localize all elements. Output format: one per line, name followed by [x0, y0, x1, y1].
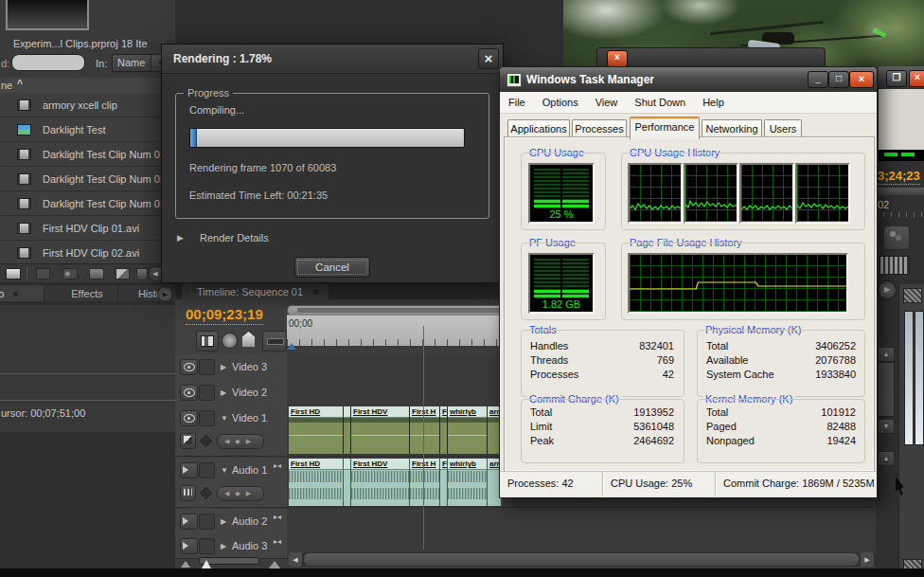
keyframe-nav-buttons[interactable]: ◀◆▶: [217, 434, 264, 449]
list-view-icon[interactable]: [6, 268, 21, 279]
track-lock-box[interactable]: [199, 359, 215, 375]
new-bin-icon[interactable]: [89, 268, 104, 279]
scroll-left-button[interactable]: ◀: [289, 552, 302, 567]
viewing-area-handle[interactable]: [287, 338, 296, 350]
volume-rubber-band[interactable]: [351, 484, 409, 485]
zoom-out-icon[interactable]: [181, 556, 190, 568]
list-item[interactable]: Darklight Test Clip Num 01.: [0, 142, 175, 167]
close-icon[interactable]: ×: [312, 286, 318, 298]
toggle-track-output-button[interactable]: [180, 359, 198, 375]
panel-menu-button[interactable]: ▶: [157, 286, 173, 302]
twirl-icon[interactable]: ▼: [221, 466, 228, 475]
collapse-track-icon[interactable]: ▸◂: [274, 537, 281, 546]
keyframe-nav-buttons[interactable]: ◀◆▶: [217, 486, 264, 501]
menu-shutdown[interactable]: Shut Down: [634, 97, 685, 108]
maximize-button[interactable]: □: [828, 71, 849, 88]
opacity-rubber-band[interactable]: [289, 435, 343, 436]
toggle-track-output-button[interactable]: [180, 538, 198, 554]
find-input[interactable]: [11, 54, 85, 71]
twirl-icon[interactable]: ▶: [221, 517, 226, 526]
keyframe-icon[interactable]: [197, 432, 214, 449]
set-unnumbered-marker-button[interactable]: [242, 332, 255, 347]
play-button[interactable]: ▶: [878, 280, 897, 299]
clip-video[interactable]: First HDV: [351, 406, 410, 454]
zoom-in-icon[interactable]: [268, 554, 281, 569]
list-item[interactable]: armory xcell clip: [0, 93, 175, 117]
list-header[interactable]: ne ^: [0, 78, 175, 94]
task-manager-titlebar[interactable]: Windows Task Manager _ □ ×: [500, 67, 877, 92]
zoom-slider[interactable]: [199, 557, 259, 565]
tab-users[interactable]: Users: [764, 119, 802, 138]
scroll-down-button[interactable]: ▼: [878, 419, 895, 434]
track-lock-box[interactable]: [199, 514, 215, 530]
clip-video[interactable]: First H: [410, 406, 440, 454]
menu-file[interactable]: File: [508, 97, 525, 108]
clip-video[interactable]: First HD: [289, 406, 344, 454]
track-header-video2[interactable]: ▶ Video 2: [175, 380, 287, 406]
render-details-twirl-icon[interactable]: ▶: [177, 233, 184, 243]
opacity-rubber-band[interactable]: [351, 435, 409, 436]
toggle-track-output-button[interactable]: [180, 462, 198, 478]
toggle-button[interactable]: [262, 331, 287, 352]
track-header-video3[interactable]: ▶ Video 3: [175, 354, 287, 381]
scroll-right-button[interactable]: ▶: [861, 552, 874, 567]
toggle-track-output-button[interactable]: [180, 385, 198, 401]
track-header-video1[interactable]: ▼ Video 1 ◀◆▶: [175, 406, 287, 457]
track-header-audio1[interactable]: ▼ Audio 1 ▸◂ ◀◆▶: [175, 458, 287, 508]
list-item[interactable]: First HDV Clip 02.avi: [0, 241, 175, 264]
menu-options[interactable]: Options: [542, 97, 578, 108]
tab-performance[interactable]: Performance: [630, 117, 700, 139]
clip-audio[interactable]: F: [440, 459, 448, 506]
clip-audio[interactable]: [344, 459, 351, 506]
panel-scroll-left-button[interactable]: ◀: [149, 266, 162, 281]
toggle-track-output-button[interactable]: [180, 514, 198, 530]
opacity-rubber-band[interactable]: [448, 435, 487, 436]
monitor-timecode[interactable]: 3;24;23: [878, 169, 920, 185]
clip-video[interactable]: F: [440, 406, 448, 454]
volume-rubber-band[interactable]: [289, 484, 343, 485]
keyframe-icon[interactable]: [197, 484, 214, 501]
clip-audio[interactable]: whirlyb: [448, 459, 488, 506]
track-lock-box[interactable]: [199, 462, 215, 478]
cancel-button[interactable]: Cancel: [294, 257, 370, 278]
show-keyframes-button[interactable]: [180, 485, 196, 501]
menu-view[interactable]: View: [595, 97, 618, 108]
in-dropdown[interactable]: Name: [112, 54, 151, 72]
floating-window-close-button[interactable]: ×: [607, 50, 628, 67]
list-item[interactable]: Darklight Test Clip Num 03.: [0, 191, 175, 216]
twirl-icon[interactable]: ▼: [221, 414, 228, 423]
minimize-button[interactable]: _: [808, 71, 828, 88]
clip-audio[interactable]: First H: [410, 459, 440, 506]
background-window-maximize-button[interactable]: ❐: [886, 70, 907, 87]
track-lock-box[interactable]: [199, 538, 215, 554]
zoom-slider-thumb[interactable]: [202, 555, 211, 568]
volume-rubber-band[interactable]: [448, 484, 487, 485]
track-lock-box[interactable]: [199, 385, 215, 401]
tab-networking[interactable]: Networking: [702, 119, 762, 138]
rendering-dialog-titlebar[interactable]: Rendering : 1.78% ×: [162, 45, 503, 74]
trim-button[interactable]: [883, 225, 910, 250]
clip-audio[interactable]: First HDV: [351, 459, 410, 506]
volume-rubber-band[interactable]: [410, 484, 439, 485]
find-icon[interactable]: [62, 268, 78, 279]
tab-timeline-sequence-01[interactable]: ⋮ Timeline: Sequence 01 ×: [181, 282, 329, 299]
scroll-up-button[interactable]: ▲: [878, 451, 895, 466]
track-header-audio2[interactable]: ▶ Audio 2 ▸◂: [175, 509, 287, 534]
list-item[interactable]: Darklight Test Clip Num 02.: [0, 167, 175, 191]
new-item-icon[interactable]: [116, 268, 130, 279]
scroll-thumb[interactable]: [304, 553, 859, 566]
track-lock-box[interactable]: [199, 410, 215, 426]
collapse-track-icon[interactable]: ▸◂: [274, 461, 281, 470]
set-display-style-button[interactable]: [180, 433, 196, 449]
timeline-hscrollbar[interactable]: ◀ ▶: [289, 552, 876, 567]
clip-audio[interactable]: First HD: [289, 459, 344, 506]
twirl-icon[interactable]: ▶: [221, 388, 226, 397]
close-button[interactable]: ×: [849, 71, 874, 88]
track-audio2[interactable]: [287, 509, 879, 534]
close-icon[interactable]: ×: [12, 288, 18, 299]
tab-applications[interactable]: Applications: [507, 119, 570, 138]
clip-video[interactable]: [344, 406, 351, 454]
snap-button[interactable]: [196, 331, 219, 352]
automate-to-sequence-icon[interactable]: [36, 268, 50, 279]
list-item[interactable]: Darklight Test: [0, 117, 175, 142]
